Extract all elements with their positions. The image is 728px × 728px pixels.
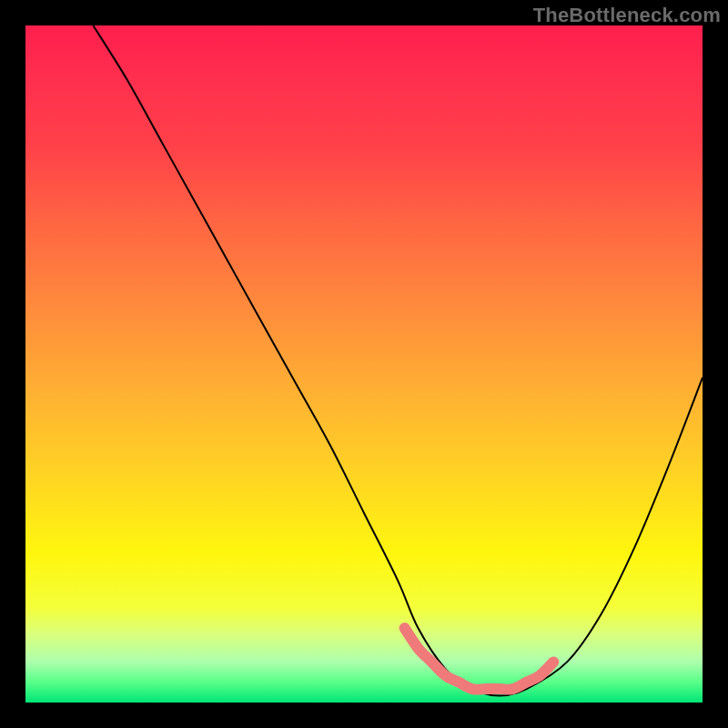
watermark-text: TheBottleneck.com (533, 4, 721, 27)
series-bottleneck-curve (93, 25, 703, 696)
series-valley-highlight (405, 628, 554, 689)
curve-svg (25, 25, 703, 703)
plot-area (25, 25, 703, 703)
chart-frame: TheBottleneck.com (0, 0, 728, 728)
